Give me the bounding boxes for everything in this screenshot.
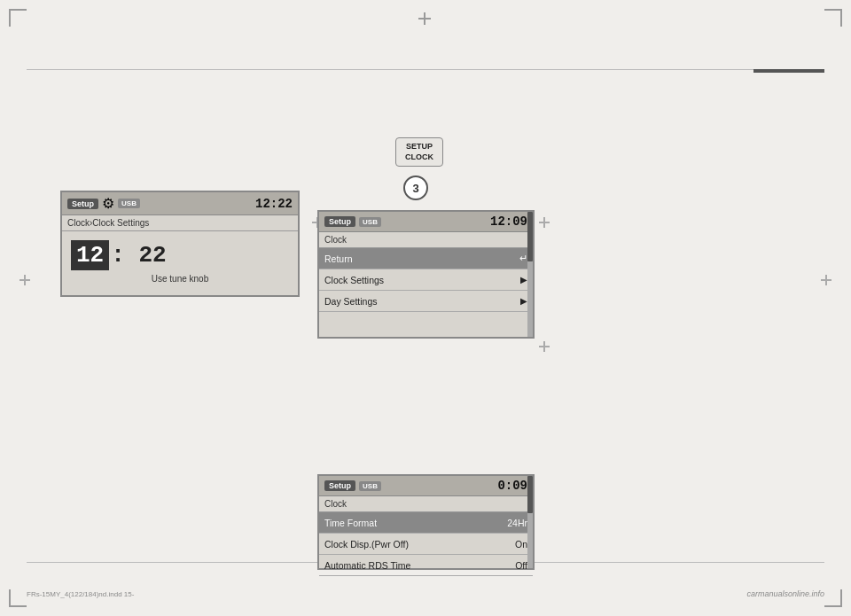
step-badge: 3 — [403, 175, 428, 200]
screen3-clock-settings-menu: Setup USB 0:09 Clock Time Format 24Hr Cl… — [317, 474, 535, 570]
screen1-icon: ⚙ — [102, 195, 114, 212]
screen2-row-day-settings[interactable]: Day Settings ▶ — [319, 291, 533, 312]
right-crosshair — [821, 275, 831, 285]
screen3-row-clock-disp[interactable]: Clock Disp.(Pwr Off) On — [319, 534, 533, 555]
screen1-use-tune: Use tune knob — [62, 274, 298, 289]
screen2-section-title: Clock — [319, 232, 533, 248]
screen2-usb-tag: USB — [359, 217, 381, 227]
screen1-title-left: Setup ⚙ USB — [67, 195, 140, 212]
screen3-auto-rds-label: Automatic RDS Time — [324, 560, 410, 571]
screen1-body: 12 : 22 Use tune knob — [62, 231, 298, 289]
screen2-clock-menu: Setup USB 12:09 Clock Return ↵ Clock Set… — [317, 210, 535, 339]
screen1-header: Setup ⚙ USB 12:22 — [62, 192, 298, 215]
screen3-header: Setup USB 0:09 — [319, 476, 533, 496]
screen2-scrollbar[interactable] — [527, 212, 533, 337]
screen2-return-icon: ↵ — [519, 253, 527, 264]
screen3-time-format-label: Time Format — [324, 518, 377, 528]
screen1-time: 12:22 — [255, 197, 293, 211]
screen3-section-title: Clock — [319, 496, 533, 512]
screen1-time-highlight: 12 — [71, 240, 109, 270]
screen1-subtitle: Clock›Clock Settings — [62, 215, 298, 231]
top-divider-line — [27, 69, 824, 70]
screen2-tr-crosshair — [539, 217, 550, 228]
right-accent-bar — [753, 69, 824, 73]
screen2-row-clock-settings[interactable]: Clock Settings ▶ — [319, 269, 533, 291]
step-number: 3 — [412, 182, 418, 195]
corner-mark-bl — [9, 589, 27, 607]
setup-clock-button[interactable]: SETUP CLOCK — [395, 137, 443, 167]
corner-mark-tl — [9, 9, 27, 27]
screen3-row-auto-rds[interactable]: Automatic RDS Time Off — [319, 555, 533, 576]
screen3-time: 0:09 — [497, 479, 527, 493]
screen2-setup-tag: Setup — [324, 216, 355, 227]
screen2-br-crosshair — [539, 341, 550, 352]
screen1-usb-tag: USB — [118, 199, 140, 208]
screen2-clock-settings-label: Clock Settings — [324, 275, 384, 285]
screen3-auto-rds-value: Off — [515, 560, 527, 571]
screen3-usb-tag: USB — [359, 481, 381, 491]
screen1-setup-tag: Setup — [67, 199, 98, 209]
corner-mark-br — [824, 589, 842, 607]
bottom-right-text: carmanualsonline.info — [746, 589, 824, 598]
left-crosshair — [20, 275, 30, 285]
screen3-scrollbar[interactable] — [527, 476, 533, 568]
screen2-day-settings-arrow: ▶ — [520, 296, 527, 306]
setup-clock-line1: SETUP — [406, 142, 433, 151]
screen2-title-left: Setup USB — [324, 216, 381, 227]
corner-mark-tr — [824, 9, 842, 27]
screen3-time-format-value: 24Hr — [507, 518, 527, 528]
screen1-time-rest: : 22 — [109, 240, 168, 270]
screen2-scroll-thumb — [527, 212, 533, 261]
screen2-day-settings-label: Day Settings — [324, 296, 378, 307]
screen2-row-return[interactable]: Return ↵ — [319, 248, 533, 269]
setup-clock-line2: CLOCK — [405, 152, 433, 161]
screen3-clock-disp-value: On — [515, 539, 527, 550]
screen1-big-time: 12 : 22 — [62, 231, 298, 274]
screen3-row-time-format[interactable]: Time Format 24Hr — [319, 512, 533, 534]
screen3-clock-disp-label: Clock Disp.(Pwr Off) — [324, 539, 409, 550]
screen3-title-left: Setup USB — [324, 480, 381, 491]
screen3-body: Time Format 24Hr Clock Disp.(Pwr Off) On… — [319, 512, 533, 576]
screen2-header: Setup USB 12:09 — [319, 212, 533, 232]
screen1-clock-settings: Setup ⚙ USB 12:22 Clock›Clock Settings 1… — [60, 191, 300, 297]
screen3-scroll-thumb — [527, 476, 533, 513]
screen2-return-label: Return — [324, 253, 353, 264]
screen2-time: 12:09 — [490, 214, 527, 229]
screen3-setup-tag: Setup — [324, 480, 355, 491]
screen2-clock-settings-arrow: ▶ — [520, 275, 527, 285]
top-crosshair — [418, 12, 431, 25]
bottom-file-text: FRs-15MY_4(122/184)nd.indd 15- — [27, 590, 134, 598]
screen2-body: Return ↵ Clock Settings ▶ Day Settings ▶ — [319, 248, 533, 312]
